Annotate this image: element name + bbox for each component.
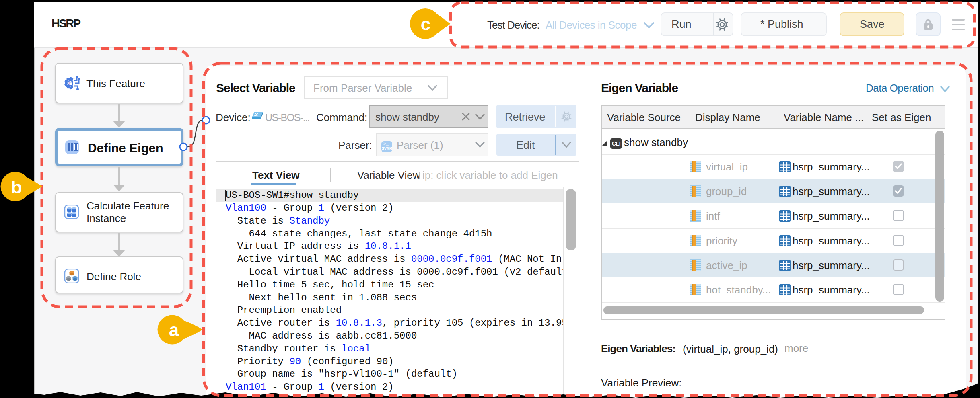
svg-text:a: a: [169, 320, 179, 340]
svg-text:b: b: [11, 177, 22, 197]
svg-text:c: c: [421, 14, 430, 34]
